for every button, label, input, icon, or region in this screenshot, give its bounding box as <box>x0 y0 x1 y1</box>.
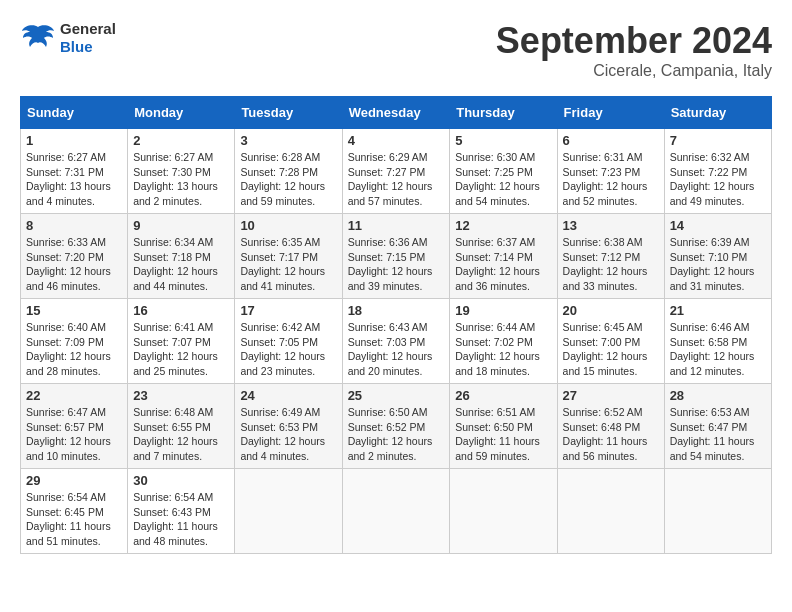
table-row <box>342 469 450 554</box>
logo-icon <box>20 23 56 53</box>
table-row: 19Sunrise: 6:44 AMSunset: 7:02 PMDayligh… <box>450 299 557 384</box>
calendar-row: 1Sunrise: 6:27 AMSunset: 7:31 PMDaylight… <box>21 129 772 214</box>
logo: General Blue <box>20 20 116 56</box>
col-friday: Friday <box>557 97 664 129</box>
table-row: 25Sunrise: 6:50 AMSunset: 6:52 PMDayligh… <box>342 384 450 469</box>
day-number: 10 <box>240 218 336 233</box>
day-number: 5 <box>455 133 551 148</box>
col-tuesday: Tuesday <box>235 97 342 129</box>
cell-info: Sunrise: 6:50 AMSunset: 6:52 PMDaylight:… <box>348 406 433 462</box>
table-row: 16Sunrise: 6:41 AMSunset: 7:07 PMDayligh… <box>128 299 235 384</box>
table-row <box>664 469 771 554</box>
day-number: 19 <box>455 303 551 318</box>
day-number: 13 <box>563 218 659 233</box>
table-row: 23Sunrise: 6:48 AMSunset: 6:55 PMDayligh… <box>128 384 235 469</box>
cell-info: Sunrise: 6:31 AMSunset: 7:23 PMDaylight:… <box>563 151 648 207</box>
cell-info: Sunrise: 6:29 AMSunset: 7:27 PMDaylight:… <box>348 151 433 207</box>
day-number: 12 <box>455 218 551 233</box>
cell-info: Sunrise: 6:28 AMSunset: 7:28 PMDaylight:… <box>240 151 325 207</box>
cell-info: Sunrise: 6:53 AMSunset: 6:47 PMDaylight:… <box>670 406 755 462</box>
day-number: 26 <box>455 388 551 403</box>
cell-info: Sunrise: 6:54 AMSunset: 6:43 PMDaylight:… <box>133 491 218 547</box>
day-number: 18 <box>348 303 445 318</box>
day-number: 1 <box>26 133 122 148</box>
table-row: 7Sunrise: 6:32 AMSunset: 7:22 PMDaylight… <box>664 129 771 214</box>
cell-info: Sunrise: 6:49 AMSunset: 6:53 PMDaylight:… <box>240 406 325 462</box>
calendar-row: 15Sunrise: 6:40 AMSunset: 7:09 PMDayligh… <box>21 299 772 384</box>
cell-info: Sunrise: 6:41 AMSunset: 7:07 PMDaylight:… <box>133 321 218 377</box>
month-title: September 2024 <box>496 20 772 62</box>
day-number: 23 <box>133 388 229 403</box>
col-wednesday: Wednesday <box>342 97 450 129</box>
cell-info: Sunrise: 6:37 AMSunset: 7:14 PMDaylight:… <box>455 236 540 292</box>
day-number: 7 <box>670 133 766 148</box>
header: General Blue September 2024 Cicerale, Ca… <box>20 20 772 80</box>
cell-info: Sunrise: 6:54 AMSunset: 6:45 PMDaylight:… <box>26 491 111 547</box>
day-number: 29 <box>26 473 122 488</box>
col-saturday: Saturday <box>664 97 771 129</box>
cell-info: Sunrise: 6:35 AMSunset: 7:17 PMDaylight:… <box>240 236 325 292</box>
day-number: 22 <box>26 388 122 403</box>
col-sunday: Sunday <box>21 97 128 129</box>
table-row: 17Sunrise: 6:42 AMSunset: 7:05 PMDayligh… <box>235 299 342 384</box>
calendar-table: Sunday Monday Tuesday Wednesday Thursday… <box>20 96 772 554</box>
day-number: 4 <box>348 133 445 148</box>
header-row: Sunday Monday Tuesday Wednesday Thursday… <box>21 97 772 129</box>
cell-info: Sunrise: 6:32 AMSunset: 7:22 PMDaylight:… <box>670 151 755 207</box>
day-number: 25 <box>348 388 445 403</box>
day-number: 28 <box>670 388 766 403</box>
table-row: 21Sunrise: 6:46 AMSunset: 6:58 PMDayligh… <box>664 299 771 384</box>
table-row: 6Sunrise: 6:31 AMSunset: 7:23 PMDaylight… <box>557 129 664 214</box>
table-row: 27Sunrise: 6:52 AMSunset: 6:48 PMDayligh… <box>557 384 664 469</box>
day-number: 21 <box>670 303 766 318</box>
cell-info: Sunrise: 6:27 AMSunset: 7:31 PMDaylight:… <box>26 151 111 207</box>
table-row: 1Sunrise: 6:27 AMSunset: 7:31 PMDaylight… <box>21 129 128 214</box>
day-number: 8 <box>26 218 122 233</box>
day-number: 14 <box>670 218 766 233</box>
cell-info: Sunrise: 6:36 AMSunset: 7:15 PMDaylight:… <box>348 236 433 292</box>
table-row: 5Sunrise: 6:30 AMSunset: 7:25 PMDaylight… <box>450 129 557 214</box>
table-row: 12Sunrise: 6:37 AMSunset: 7:14 PMDayligh… <box>450 214 557 299</box>
cell-info: Sunrise: 6:48 AMSunset: 6:55 PMDaylight:… <box>133 406 218 462</box>
calendar-row: 22Sunrise: 6:47 AMSunset: 6:57 PMDayligh… <box>21 384 772 469</box>
col-monday: Monday <box>128 97 235 129</box>
logo-text-line1: General <box>60 20 116 38</box>
cell-info: Sunrise: 6:47 AMSunset: 6:57 PMDaylight:… <box>26 406 111 462</box>
cell-info: Sunrise: 6:51 AMSunset: 6:50 PMDaylight:… <box>455 406 540 462</box>
day-number: 30 <box>133 473 229 488</box>
table-row: 29Sunrise: 6:54 AMSunset: 6:45 PMDayligh… <box>21 469 128 554</box>
table-row: 11Sunrise: 6:36 AMSunset: 7:15 PMDayligh… <box>342 214 450 299</box>
cell-info: Sunrise: 6:39 AMSunset: 7:10 PMDaylight:… <box>670 236 755 292</box>
title-block: September 2024 Cicerale, Campania, Italy <box>496 20 772 80</box>
cell-info: Sunrise: 6:42 AMSunset: 7:05 PMDaylight:… <box>240 321 325 377</box>
day-number: 2 <box>133 133 229 148</box>
cell-info: Sunrise: 6:30 AMSunset: 7:25 PMDaylight:… <box>455 151 540 207</box>
cell-info: Sunrise: 6:44 AMSunset: 7:02 PMDaylight:… <box>455 321 540 377</box>
location: Cicerale, Campania, Italy <box>496 62 772 80</box>
calendar-row: 8Sunrise: 6:33 AMSunset: 7:20 PMDaylight… <box>21 214 772 299</box>
cell-info: Sunrise: 6:45 AMSunset: 7:00 PMDaylight:… <box>563 321 648 377</box>
table-row: 4Sunrise: 6:29 AMSunset: 7:27 PMDaylight… <box>342 129 450 214</box>
cell-info: Sunrise: 6:46 AMSunset: 6:58 PMDaylight:… <box>670 321 755 377</box>
table-row: 18Sunrise: 6:43 AMSunset: 7:03 PMDayligh… <box>342 299 450 384</box>
table-row <box>235 469 342 554</box>
day-number: 24 <box>240 388 336 403</box>
day-number: 11 <box>348 218 445 233</box>
day-number: 27 <box>563 388 659 403</box>
cell-info: Sunrise: 6:40 AMSunset: 7:09 PMDaylight:… <box>26 321 111 377</box>
day-number: 15 <box>26 303 122 318</box>
table-row: 2Sunrise: 6:27 AMSunset: 7:30 PMDaylight… <box>128 129 235 214</box>
calendar-row: 29Sunrise: 6:54 AMSunset: 6:45 PMDayligh… <box>21 469 772 554</box>
day-number: 16 <box>133 303 229 318</box>
table-row: 28Sunrise: 6:53 AMSunset: 6:47 PMDayligh… <box>664 384 771 469</box>
table-row: 26Sunrise: 6:51 AMSunset: 6:50 PMDayligh… <box>450 384 557 469</box>
day-number: 6 <box>563 133 659 148</box>
day-number: 9 <box>133 218 229 233</box>
day-number: 17 <box>240 303 336 318</box>
table-row: 20Sunrise: 6:45 AMSunset: 7:00 PMDayligh… <box>557 299 664 384</box>
table-row: 8Sunrise: 6:33 AMSunset: 7:20 PMDaylight… <box>21 214 128 299</box>
table-row: 9Sunrise: 6:34 AMSunset: 7:18 PMDaylight… <box>128 214 235 299</box>
cell-info: Sunrise: 6:38 AMSunset: 7:12 PMDaylight:… <box>563 236 648 292</box>
table-row: 14Sunrise: 6:39 AMSunset: 7:10 PMDayligh… <box>664 214 771 299</box>
col-thursday: Thursday <box>450 97 557 129</box>
